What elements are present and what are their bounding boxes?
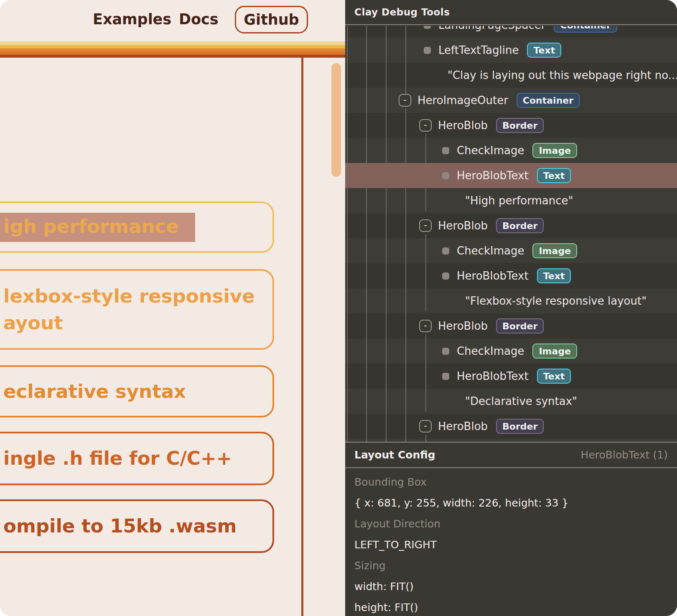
feature-card-text: lexbox-style responsive (3, 283, 272, 310)
page-scrollbar-thumb[interactable] (331, 63, 341, 177)
element-type-badge: Container (554, 26, 617, 33)
tree-row-partial (345, 439, 677, 442)
feature-card-text: eclarative syntax (3, 378, 272, 405)
tree-element-row[interactable]: CheckImageImage (345, 138, 677, 163)
element-name: CheckImage (457, 345, 524, 357)
app-window: Examples Docs Github igh performancelexb… (0, 0, 677, 616)
tree-connector-line (425, 435, 426, 442)
tree-element-row[interactable]: LandingPageSpacerContainer (345, 26, 677, 38)
element-name: HeroBlob (438, 420, 488, 433)
feature-card: eclarative syntax (0, 365, 274, 417)
element-name: HeroBlob (438, 119, 488, 132)
config-value: height: FIT() (354, 597, 668, 616)
leaf-bullet-icon (442, 172, 449, 179)
config-value: { x: 681, y: 255, width: 226, height: 33… (354, 492, 668, 513)
element-type-badge: Image (532, 243, 577, 258)
element-type-badge: Border (496, 318, 544, 333)
config-value: width: FIT() (354, 576, 668, 597)
tree-guide-line (405, 26, 406, 94)
element-tree: LandingPageSpacerContainerLeftTextTaglin… (345, 26, 677, 442)
config-section-label: Layout Direction (354, 513, 668, 534)
element-text-content: "Clay is laying out this webpage right n… (448, 69, 677, 81)
feature-card: ingle .h file for C/C++ (0, 432, 274, 485)
element-type-badge: Text (527, 43, 561, 58)
nav-link-examples[interactable]: Examples (93, 11, 171, 28)
layout-config-header: Layout Config HeroBlobText (1) (345, 442, 677, 468)
tree-element-row[interactable]: -HeroBlobBorder (345, 313, 677, 339)
tree-element-row[interactable]: LeftTextTaglineText (345, 38, 677, 63)
leaf-bullet-icon (442, 147, 449, 154)
collapse-toggle-button[interactable]: - (419, 320, 432, 332)
element-name: CheckImage (457, 144, 524, 157)
collapse-toggle-button[interactable]: - (419, 219, 432, 232)
debug-selection-highlight: igh performance (0, 213, 195, 242)
feature-card-text: igh performance (3, 213, 272, 242)
element-type-badge: Text (537, 268, 571, 283)
layout-config-body: Bounding Box{ x: 681, y: 255, width: 226… (354, 469, 668, 616)
element-type-badge: Container (517, 93, 580, 108)
element-name: CheckImage (457, 244, 524, 257)
config-section-label: Bounding Box (354, 471, 668, 492)
leaf-bullet-icon (424, 47, 431, 54)
tree-element-row[interactable]: CheckImageImage (345, 238, 677, 263)
feature-card-text: ayout (3, 310, 272, 336)
tree-element-row[interactable]: HeroBlobTextText (345, 163, 677, 188)
tree-text-row[interactable]: "High performance" (345, 188, 677, 213)
selected-element-label: HeroBlobText (1) (581, 449, 668, 461)
element-name: LandingPageSpacer (438, 26, 545, 31)
debug-panel-title: Clay Debug Tools (354, 7, 450, 18)
tree-text-row[interactable]: "Flexbox-style responsive layout" (345, 288, 677, 313)
feature-card: lexbox-style responsiveayout (0, 269, 274, 350)
page-vertical-divider (301, 58, 303, 616)
tree-text-row[interactable]: "Declarative syntax" (345, 389, 677, 414)
layout-config-title: Layout Config (354, 449, 435, 461)
feature-card: igh performance (0, 201, 274, 253)
element-type-badge: Border (496, 419, 544, 434)
config-section-label: Sizing (354, 555, 668, 576)
leaf-bullet-icon (442, 348, 449, 355)
collapse-toggle-button[interactable]: - (399, 94, 411, 107)
tree-guide-line (366, 26, 367, 442)
feature-card-text: ingle .h file for C/C++ (3, 445, 272, 472)
element-type-badge: Text (537, 369, 571, 384)
element-name: HeroImageOuter (417, 94, 508, 107)
nav-link-docs[interactable]: Docs (179, 11, 219, 28)
element-name: HeroBlobText (457, 370, 529, 382)
collapse-toggle-button[interactable]: - (419, 119, 432, 132)
element-name: HeroBlobText (457, 169, 529, 182)
leaf-bullet-icon (442, 247, 449, 255)
element-type-badge: Image (532, 143, 577, 158)
element-type-badge: Image (532, 344, 577, 359)
tree-element-row[interactable]: -HeroBlobBorder (345, 213, 677, 238)
feature-card: ompile to 15kb .wasm (0, 499, 274, 553)
element-type-badge: Border (496, 118, 544, 133)
feature-card-text: ompile to 15kb .wasm (3, 513, 272, 540)
debug-panel-titlebar: Clay Debug Tools (345, 0, 677, 25)
tree-element-row[interactable]: -HeroImageOuterContainer (345, 88, 677, 113)
tree-connector-line (425, 234, 426, 311)
tree-element-row[interactable]: CheckImageImage (345, 339, 677, 364)
github-button[interactable]: Github (235, 6, 308, 33)
tree-guide-line (405, 108, 406, 442)
element-type-badge: Text (537, 168, 571, 183)
tree-element-row[interactable]: -HeroBlobBorder (345, 113, 677, 138)
element-name: HeroBlob (438, 320, 488, 332)
element-name: HeroBlob (438, 219, 488, 232)
element-text-content: "Declarative syntax" (465, 395, 577, 407)
element-name: LeftTextTagline (438, 44, 519, 56)
leaf-bullet-icon (424, 26, 431, 29)
tree-connector-line (425, 334, 426, 412)
collapse-toggle-button[interactable]: - (419, 420, 432, 433)
leaf-bullet-icon (442, 272, 449, 280)
element-text-content: "Flexbox-style responsive layout" (465, 295, 646, 307)
element-type-badge: Border (496, 218, 544, 233)
tree-element-row[interactable]: -HeroBlobBorder (345, 414, 677, 439)
tree-element-row[interactable]: HeroBlobTextText (345, 263, 677, 288)
element-text-content: "High performance" (465, 194, 573, 207)
config-value: LEFT_TO_RIGHT (354, 534, 668, 555)
tree-guide-line (347, 26, 348, 442)
tree-text-row[interactable]: "Clay is laying out this webpage right n… (345, 63, 677, 88)
debug-panel: Clay Debug Tools x LandingPageSpacerCont… (345, 0, 677, 616)
leaf-bullet-icon (442, 373, 449, 380)
tree-element-row[interactable]: HeroBlobTextText (345, 364, 677, 389)
